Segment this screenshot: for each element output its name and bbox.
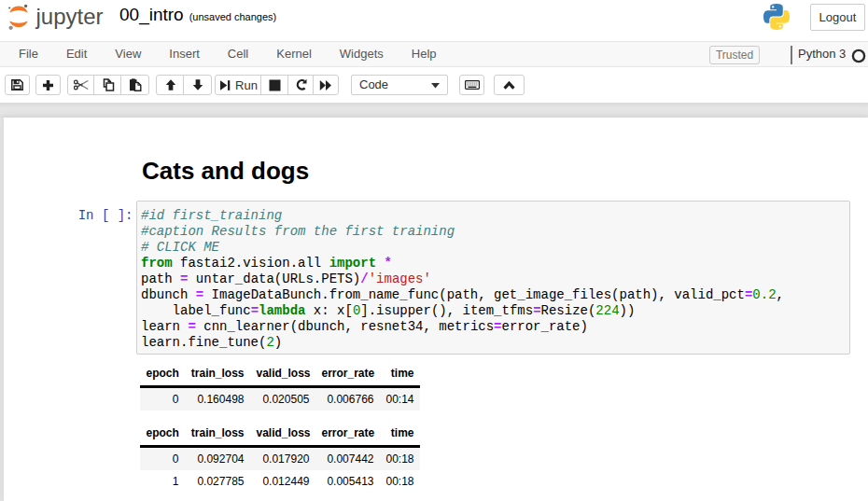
svg-text:jupyter: jupyter (35, 4, 104, 29)
